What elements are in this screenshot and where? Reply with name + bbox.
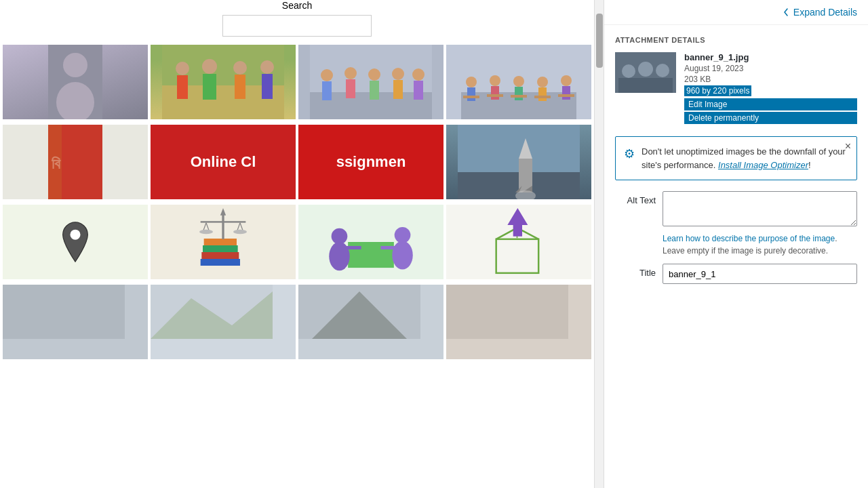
media-cell-bottom-2[interactable]	[151, 285, 296, 359]
attachment-details-title: ATTACHMENT DETAILS	[615, 36, 857, 44]
alt-text-help: Learn how to describe the purpose of the…	[663, 232, 857, 257]
expand-details-label: Expand Details	[793, 7, 857, 18]
attachment-size: 203 KB	[684, 75, 857, 84]
svg-rect-38	[534, 96, 551, 98]
svg-rect-16	[322, 81, 332, 100]
svg-rect-18	[346, 79, 355, 98]
media-cell-bottom-4[interactable]	[446, 285, 591, 359]
media-cell-girls[interactable]	[151, 45, 296, 119]
svg-rect-45	[48, 125, 62, 199]
svg-rect-8	[203, 74, 216, 100]
media-cell-bottom-1[interactable]	[3, 285, 148, 359]
right-panel: Expand Details ATTACHMENT DETAILS	[604, 0, 868, 488]
media-cell-class-activity[interactable]	[298, 45, 443, 119]
install-optimizer-link[interactable]: Install Image Optimizer	[718, 160, 808, 170]
svg-point-1	[63, 53, 87, 77]
media-row-1	[3, 45, 591, 119]
svg-rect-92	[618, 78, 673, 93]
alt-text-field-row: Alt Text Learn how to describe the purpo…	[615, 191, 857, 257]
svg-marker-67	[220, 208, 226, 216]
alt-text-input[interactable]	[663, 191, 857, 226]
svg-point-63	[199, 230, 213, 235]
optimizer-close-button[interactable]: ×	[845, 141, 851, 152]
svg-rect-57	[203, 245, 238, 252]
media-cell-scales[interactable]	[151, 205, 296, 279]
svg-point-5	[176, 62, 189, 75]
title-label: Title	[615, 264, 656, 278]
media-cell-missile[interactable]	[446, 125, 591, 199]
alt-text-help-link[interactable]: Learn how to describe the purpose of the…	[663, 234, 835, 243]
scroll-thumb[interactable]	[596, 14, 603, 68]
delete-permanently-link[interactable]: Delete permanently	[684, 112, 857, 124]
svg-line-62	[206, 223, 209, 231]
svg-point-33	[513, 76, 524, 87]
title-input[interactable]	[663, 264, 857, 284]
svg-line-65	[240, 223, 243, 231]
media-row-3	[3, 205, 591, 279]
svg-point-9	[233, 61, 247, 75]
media-cell-business-meeting[interactable]	[298, 205, 443, 279]
svg-point-72	[395, 227, 411, 243]
alt-text-content: Learn how to describe the purpose of the…	[663, 191, 857, 257]
svg-point-36	[537, 77, 548, 87]
media-cell-online-class[interactable]: Online Cl	[151, 125, 296, 199]
media-row-2: বি Online Cl ssignmen	[3, 125, 591, 199]
media-cell-location-pin[interactable]	[3, 205, 148, 279]
svg-rect-81	[3, 285, 125, 339]
optimizer-text: Don't let unoptimized images be the down…	[642, 145, 848, 171]
svg-rect-37	[538, 87, 547, 101]
edit-image-link[interactable]: Edit Image	[684, 98, 857, 110]
media-cell-assignment[interactable]: ssignmen	[298, 125, 443, 199]
svg-rect-29	[463, 96, 479, 98]
svg-point-66	[233, 230, 247, 235]
media-cell-box-arrow[interactable]	[446, 205, 591, 279]
svg-point-30	[490, 75, 500, 86]
title-content	[663, 264, 857, 284]
attachment-thumbnail	[615, 52, 676, 93]
optimizer-icon: ⚙	[624, 146, 635, 171]
svg-point-21	[392, 68, 404, 80]
svg-rect-69	[348, 242, 394, 268]
svg-rect-22	[393, 80, 403, 99]
optimizer-notice: ⚙ Don't let unoptimized images be the do…	[615, 136, 857, 180]
svg-rect-58	[204, 239, 237, 245]
svg-rect-41	[558, 94, 574, 97]
svg-rect-59	[222, 214, 224, 239]
media-cell-classroom[interactable]	[446, 45, 591, 119]
media-cell-bottom-3[interactable]	[298, 285, 443, 359]
svg-line-64	[237, 223, 240, 231]
media-cell-partial-left[interactable]: বি	[3, 125, 148, 199]
svg-rect-32	[487, 94, 503, 97]
svg-line-61	[203, 223, 206, 231]
svg-point-54	[71, 230, 81, 240]
attachment-meta: banner_9_1.jpg August 19, 2023 203 KB 96…	[684, 52, 857, 125]
svg-rect-86	[446, 285, 568, 339]
attachment-actions: Edit Image Delete permanently	[684, 98, 857, 125]
scrollbar[interactable]	[594, 0, 604, 488]
online-text: Online Cl	[191, 153, 256, 171]
search-label: Search	[282, 0, 312, 11]
attachment-dimensions: 960 by 220 pixels	[684, 85, 751, 96]
svg-rect-6	[177, 75, 188, 99]
svg-rect-56	[201, 252, 239, 259]
svg-rect-75	[380, 246, 397, 249]
search-input[interactable]	[222, 15, 372, 37]
svg-point-17	[344, 67, 357, 79]
svg-point-73	[392, 241, 412, 269]
svg-rect-74	[344, 246, 361, 249]
panel-scroll-area[interactable]: ATTACHMENT DETAILS	[604, 25, 868, 488]
svg-rect-40	[562, 86, 570, 100]
attachment-filename: banner_9_1.jpg	[684, 52, 857, 62]
svg-rect-60	[201, 221, 246, 223]
svg-rect-20	[370, 81, 379, 100]
attachment-info: banner_9_1.jpg August 19, 2023 203 KB 96…	[615, 52, 857, 125]
svg-rect-55	[201, 259, 240, 266]
svg-point-19	[368, 68, 380, 81]
svg-point-70	[332, 228, 348, 245]
media-row-4	[3, 285, 591, 485]
attachment-date: August 19, 2023	[684, 64, 857, 73]
svg-rect-10	[235, 75, 245, 99]
media-cell-person[interactable]	[3, 45, 148, 119]
optimizer-text-part2: !	[808, 160, 811, 170]
expand-details-button[interactable]: Expand Details	[604, 0, 868, 25]
